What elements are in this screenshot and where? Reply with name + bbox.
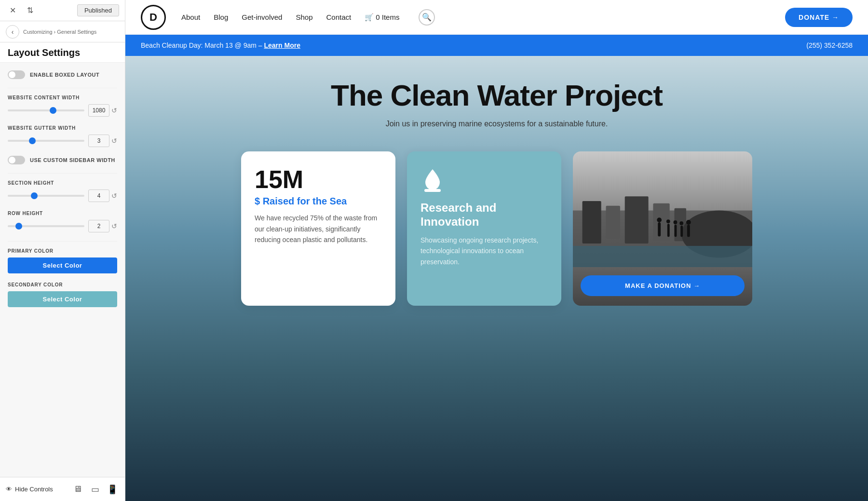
breadcrumb-parent: Customizing bbox=[23, 29, 53, 35]
nav-link-contact[interactable]: Contact bbox=[326, 13, 352, 21]
make-donation-button[interactable]: MAKE A DONATION → bbox=[581, 275, 745, 296]
site-nav: D About Blog Get-involved Shop Contact 🛒… bbox=[125, 0, 868, 35]
panel-nav: ‹ Customizing › General Settings bbox=[0, 21, 125, 42]
hero-section: The Clean Water Project Join us in prese… bbox=[125, 56, 868, 501]
content-width-label: WEBSITE CONTENT WIDTH bbox=[8, 95, 117, 100]
primary-color-label: PRIMARY COLOR bbox=[8, 248, 117, 254]
cart-area[interactable]: 🛒 0 Items bbox=[365, 13, 399, 22]
row-height-row: ROW HEIGHT 2 ↺ bbox=[8, 211, 117, 232]
search-button[interactable]: 🔍 bbox=[419, 9, 435, 26]
nav-link-blog[interactable]: Blog bbox=[214, 13, 228, 21]
back-button[interactable]: ‹ bbox=[6, 25, 19, 39]
custom-sidebar-label: USE CUSTOM SIDEBAR WIDTH bbox=[30, 157, 115, 163]
coastal-illustration bbox=[573, 171, 752, 267]
swap-button[interactable]: ⇅ bbox=[23, 4, 37, 17]
content-width-reset[interactable]: ↺ bbox=[111, 107, 117, 114]
announcement-main-text: Beach Cleanup Day: March 13 @ 9am – bbox=[141, 41, 262, 49]
gutter-width-slider-row: 3 ↺ bbox=[8, 135, 117, 147]
svg-rect-16 bbox=[687, 225, 690, 237]
custom-sidebar-row: USE CUSTOM SIDEBAR WIDTH bbox=[8, 156, 117, 164]
row-height-value: 2 bbox=[88, 220, 109, 232]
section-height-label: SECTION HEIGHT bbox=[8, 180, 117, 186]
card-image: MAKE A DONATION → bbox=[573, 151, 752, 306]
row-height-slider-row: 2 ↺ bbox=[8, 220, 117, 232]
divider-2 bbox=[8, 173, 117, 174]
section-height-row: SECTION HEIGHT 4 ↺ bbox=[8, 180, 117, 202]
cards-row: 15M $ Raised for the Sea We have recycle… bbox=[222, 140, 772, 317]
svg-rect-4 bbox=[625, 196, 649, 244]
panel-topbar: ✕ ⇅ Published bbox=[0, 0, 125, 21]
cart-icon: 🛒 bbox=[365, 13, 374, 22]
enable-boxed-layout-toggle[interactable] bbox=[8, 70, 25, 79]
announcement-phone: (255) 352-6258 bbox=[806, 41, 853, 49]
hide-controls-label: Hide Controls bbox=[15, 486, 53, 493]
hero-title: The Clean Water Project bbox=[331, 79, 663, 112]
mobile-view-button[interactable]: 📱 bbox=[106, 483, 119, 496]
svg-rect-10 bbox=[667, 224, 670, 237]
row-height-reset[interactable]: ↺ bbox=[111, 222, 117, 230]
announcement-link[interactable]: Learn More bbox=[264, 41, 300, 49]
nav-link-about[interactable]: About bbox=[181, 13, 200, 21]
card-raised-text: We have recycled 75% of the waste from o… bbox=[255, 213, 382, 245]
close-button[interactable]: ✕ bbox=[6, 4, 19, 17]
hide-controls-button[interactable]: 👁 Hide Controls bbox=[6, 486, 53, 493]
section-height-reset[interactable]: ↺ bbox=[111, 192, 117, 200]
gutter-width-reset[interactable]: ↺ bbox=[111, 137, 117, 145]
svg-point-9 bbox=[657, 217, 662, 222]
panel-body: ENABLE BOXED LAYOUT WEBSITE CONTENT WIDT… bbox=[0, 63, 125, 477]
svg-rect-8 bbox=[658, 222, 661, 236]
announcement-bar: Beach Cleanup Day: March 13 @ 9am – Lear… bbox=[125, 35, 868, 56]
secondary-color-label: SECONDARY COLOR bbox=[8, 282, 117, 287]
card-raised: 15M $ Raised for the Sea We have recycle… bbox=[241, 151, 395, 306]
gutter-width-value: 3 bbox=[88, 135, 109, 147]
divider-3 bbox=[8, 241, 117, 242]
gutter-width-slider[interactable] bbox=[8, 140, 84, 142]
row-height-label: ROW HEIGHT bbox=[8, 211, 117, 216]
content-width-value: 1080 bbox=[88, 104, 109, 117]
section-height-slider[interactable] bbox=[8, 195, 84, 197]
site-logo: D bbox=[141, 5, 166, 30]
svg-point-17 bbox=[686, 220, 691, 225]
card-raised-title: $ Raised for the Sea bbox=[255, 196, 382, 207]
content-width-slider[interactable] bbox=[8, 109, 84, 111]
content-width-value-area: 1080 ↺ bbox=[88, 104, 117, 117]
row-height-slider[interactable] bbox=[8, 225, 84, 227]
svg-rect-0 bbox=[424, 189, 441, 192]
published-button[interactable]: Published bbox=[77, 4, 119, 16]
hero-subtitle: Join us in preserving marine ecosystems … bbox=[331, 120, 663, 128]
left-panel: ✕ ⇅ Published ‹ Customizing › General Se… bbox=[0, 0, 125, 501]
hero-content: The Clean Water Project Join us in prese… bbox=[315, 56, 678, 140]
cart-count: 0 Items bbox=[376, 13, 399, 21]
svg-point-11 bbox=[666, 219, 670, 223]
section-height-value-area: 4 ↺ bbox=[88, 190, 117, 202]
water-icon bbox=[420, 167, 548, 193]
topbar-left: ✕ ⇅ bbox=[6, 4, 37, 17]
svg-rect-18 bbox=[573, 246, 752, 267]
secondary-color-button[interactable]: Select Color bbox=[8, 291, 117, 307]
gutter-width-value-area: 3 ↺ bbox=[88, 135, 117, 147]
svg-rect-12 bbox=[674, 225, 677, 237]
nav-link-shop[interactable]: Shop bbox=[296, 13, 312, 21]
primary-color-button[interactable]: Select Color bbox=[8, 257, 117, 273]
svg-rect-14 bbox=[680, 226, 683, 237]
gutter-width-row: WEBSITE GUTTER WIDTH 3 ↺ bbox=[8, 125, 117, 147]
custom-sidebar-toggle[interactable] bbox=[8, 156, 25, 164]
breadcrumb-child: General Settings bbox=[57, 29, 96, 35]
preview-area: D About Blog Get-involved Shop Contact 🛒… bbox=[125, 0, 868, 501]
breadcrumb-separator: › bbox=[54, 29, 56, 35]
desktop-view-button[interactable]: 🖥 bbox=[71, 483, 84, 496]
nav-link-get-involved[interactable]: Get-involved bbox=[242, 13, 282, 21]
section-height-value: 4 bbox=[88, 190, 109, 202]
gutter-width-label: WEBSITE GUTTER WIDTH bbox=[8, 125, 117, 131]
svg-rect-3 bbox=[606, 206, 620, 239]
tablet-view-button[interactable]: ▭ bbox=[88, 483, 102, 496]
view-icons: 🖥 ▭ 📱 bbox=[71, 483, 119, 496]
svg-point-13 bbox=[674, 220, 678, 224]
card-research: Research and Innovation Showcasing ongoi… bbox=[407, 151, 561, 306]
announcement-text: Beach Cleanup Day: March 13 @ 9am – Lear… bbox=[141, 41, 300, 49]
panel-title: Layout Settings bbox=[0, 42, 125, 63]
donate-button[interactable]: DONATE → bbox=[785, 8, 853, 27]
row-height-value-area: 2 ↺ bbox=[88, 220, 117, 232]
content-width-slider-row: 1080 ↺ bbox=[8, 104, 117, 117]
svg-point-15 bbox=[679, 221, 683, 225]
